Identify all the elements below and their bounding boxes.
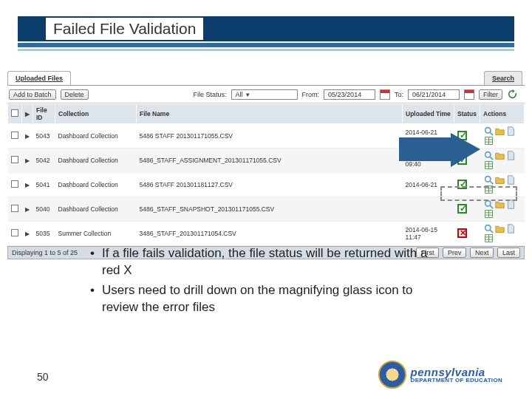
cell-collection: Dashboard Collection	[55, 124, 137, 149]
page-number: 50	[37, 371, 49, 383]
svg-line-19	[490, 205, 493, 208]
from-date-input[interactable]: 05/23/2014	[324, 89, 375, 100]
document-icon[interactable]	[506, 151, 516, 160]
table-row: ▶5043Dashboard Collection5486 STAFF 2013…	[8, 124, 525, 149]
folder-icon[interactable]	[495, 175, 505, 185]
cell-uploaded-time: 2014-06-21 09:40	[403, 124, 454, 149]
add-to-batch-button[interactable]: Add to Batch	[9, 89, 56, 100]
folder-icon[interactable]	[495, 200, 505, 209]
row-checkbox[interactable]	[11, 132, 18, 139]
row-checkbox[interactable]	[11, 156, 18, 163]
svg-point-0	[485, 128, 490, 133]
cell-status	[454, 149, 480, 173]
row-checkbox[interactable]	[11, 180, 18, 188]
expand-row-icon[interactable]: ▶	[25, 133, 30, 140]
document-icon[interactable]	[506, 126, 516, 136]
pager-next-button[interactable]: Next	[470, 248, 494, 258]
cell-actions	[480, 149, 525, 173]
calendar-icon[interactable]	[380, 89, 390, 100]
spreadsheet-icon[interactable]	[484, 136, 494, 146]
calendar-icon[interactable]	[464, 89, 474, 100]
svg-line-25	[490, 230, 493, 233]
check-icon	[457, 204, 467, 214]
expand-row-icon[interactable]: ▶	[25, 157, 30, 164]
magnifying-glass-icon[interactable]	[484, 151, 494, 160]
folder-icon[interactable]	[495, 224, 505, 233]
row-checkbox[interactable]	[11, 205, 18, 212]
folder-icon[interactable]	[495, 126, 505, 136]
cell-actions	[480, 173, 525, 197]
col-actions[interactable]: Actions	[480, 104, 525, 124]
state-seal-icon	[378, 361, 406, 389]
tab-strip: Uploaded Files Search	[7, 71, 525, 86]
magnifying-glass-icon[interactable]	[484, 200, 494, 209]
file-status-value: All	[236, 91, 243, 98]
table-row: ▶5040Dashboard Collection5486_STAFF_SNAP…	[8, 197, 525, 222]
check-icon	[457, 180, 467, 189]
spreadsheet-icon[interactable]	[484, 185, 494, 194]
expand-row-icon[interactable]: ▶	[25, 182, 30, 188]
document-icon[interactable]	[506, 175, 516, 185]
magnifying-glass-icon[interactable]	[484, 224, 494, 233]
row-checkbox[interactable]	[11, 229, 18, 236]
pager-info: Displaying 1 to 5 of 25	[12, 249, 78, 256]
col-file-name[interactable]: File Name	[137, 104, 403, 124]
cell-uploaded-time	[403, 197, 454, 222]
to-date-input[interactable]: 06/21/2014	[408, 89, 460, 100]
select-all-checkbox[interactable]	[11, 109, 18, 117]
title-accent-shape	[18, 16, 44, 41]
divider-bar-thin	[18, 49, 514, 51]
delete-button[interactable]: Delete	[61, 89, 89, 100]
x-icon	[457, 228, 467, 238]
cell-uploaded-time: 2014-06-21	[403, 173, 454, 197]
magnifying-glass-icon[interactable]	[484, 175, 494, 185]
bullet-1: If a file fails validation, the file sta…	[90, 245, 445, 279]
files-table: ▶ File ID Collection File Name Uploaded …	[7, 103, 525, 246]
svg-line-7	[490, 157, 493, 160]
cell-file-id: 5041	[33, 173, 55, 197]
cell-file-name: 5486 STAFF 201301171055.CSV	[137, 124, 403, 149]
expand-row-icon[interactable]: ▶	[25, 231, 30, 237]
svg-line-1	[490, 132, 493, 135]
spreadsheet-icon[interactable]	[484, 160, 494, 170]
cell-file-name: 5486_STAFF_ASSIGNMENT_201301171055.CSV	[137, 149, 403, 173]
pager-last-button[interactable]: Last	[497, 248, 520, 258]
file-status-label: File Status:	[194, 91, 227, 98]
expand-row-icon[interactable]: ▶	[25, 206, 30, 213]
filter-row: Add to Batch Delete File Status: All ▼ F…	[7, 86, 525, 103]
logo-dept: DEPARTMENT OF EDUCATION	[411, 378, 502, 383]
check-icon	[457, 155, 467, 165]
expand-all-icon[interactable]: ▶	[25, 111, 30, 117]
spreadsheet-icon[interactable]	[484, 233, 494, 243]
from-label: From:	[302, 91, 320, 98]
cell-file-id: 5043	[33, 124, 55, 149]
logo-state: pennsylvania	[411, 366, 502, 378]
tab-uploaded-files[interactable]: Uploaded Files	[7, 71, 71, 85]
folder-icon[interactable]	[495, 151, 505, 160]
bullet-2: Users need to drill down on the magnifyi…	[90, 282, 445, 316]
filter-button[interactable]: Filter	[479, 89, 502, 100]
slide-title: Failed File Validation	[46, 18, 203, 40]
document-icon[interactable]	[506, 200, 516, 209]
pager-prev-button[interactable]: Prev	[443, 248, 467, 258]
cell-collection: Dashboard Collection	[55, 149, 137, 173]
cell-uploaded-time: 2014-06-15 11:47	[403, 222, 454, 246]
col-file-id[interactable]: File ID	[33, 104, 55, 124]
cell-status	[454, 173, 480, 197]
file-status-select[interactable]: All ▼	[231, 89, 298, 100]
cell-uploaded-time: 2014-06-21 09:40	[403, 149, 454, 173]
cell-actions	[480, 222, 525, 246]
cell-actions	[480, 197, 525, 222]
tab-search[interactable]: Search	[484, 71, 522, 85]
cell-file-name: 3486_STAFF_201301171054.CSV	[137, 222, 403, 246]
col-uploaded-time[interactable]: Uploaded Time	[403, 104, 454, 124]
refresh-icon[interactable]	[507, 89, 518, 100]
svg-point-24	[485, 225, 490, 231]
cell-status	[454, 124, 480, 149]
document-icon[interactable]	[506, 224, 516, 233]
cell-status	[454, 197, 480, 222]
col-collection[interactable]: Collection	[55, 104, 137, 124]
magnifying-glass-icon[interactable]	[484, 126, 494, 136]
col-status[interactable]: Status	[454, 104, 480, 124]
spreadsheet-icon[interactable]	[484, 209, 494, 219]
